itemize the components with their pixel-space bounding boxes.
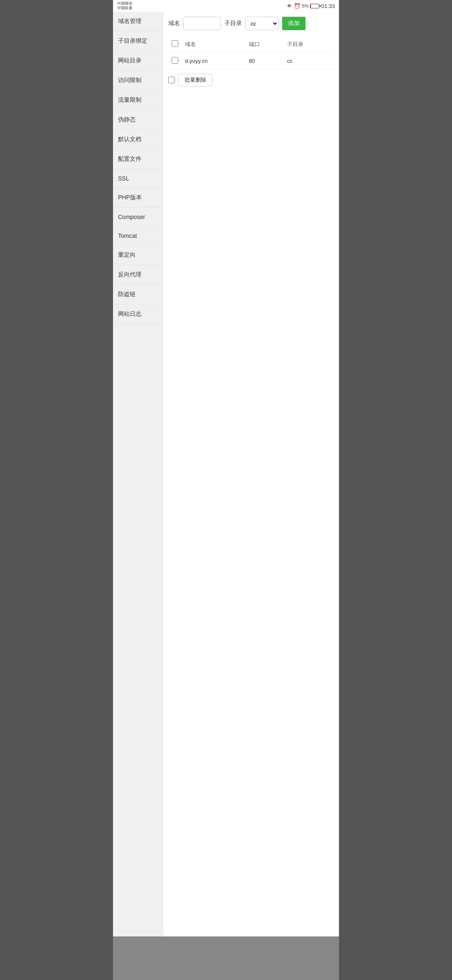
row-checkbox-cell: [168, 53, 182, 70]
sidebar-item-access-limit[interactable]: 访问限制: [113, 71, 163, 90]
subdir-label: 子目录: [224, 20, 242, 27]
gray-area: [113, 936, 339, 980]
sidebar-item-subdir-bind[interactable]: 子目录绑定: [113, 31, 163, 51]
status-bar: 中国移动 中国联通 👁 ⏰ 5% 01:33: [113, 0, 339, 12]
sidebar-item-reverse-proxy[interactable]: 反向代理: [113, 265, 163, 285]
table-row: d.yuyy.cn 80 cc: [168, 53, 334, 70]
sidebar-item-tomcat[interactable]: Tomcat: [113, 227, 163, 245]
subdir-select[interactable]: cc www static: [245, 17, 279, 30]
eye-icon: 👁: [287, 3, 292, 9]
sidebar-item-website-log[interactable]: 网站日志: [113, 304, 163, 324]
carrier1-label: 中国移动: [117, 1, 132, 6]
main-content: 域名 子目录 cc www static 添加 域名 端口 子目录: [163, 12, 339, 936]
sidebar-item-pseudo-static[interactable]: 伪静态: [113, 110, 163, 130]
domain-input[interactable]: [183, 17, 221, 30]
sidebar-item-default-doc[interactable]: 默认文档: [113, 130, 163, 150]
sidebar-item-redirect[interactable]: 重定向: [113, 245, 163, 265]
sidebar-item-config-file[interactable]: 配置文件: [113, 150, 163, 169]
row-port: 80: [246, 53, 284, 70]
bulk-checkbox[interactable]: [168, 77, 175, 83]
form-row: 域名 子目录 cc www static 添加: [168, 17, 334, 30]
sidebar-item-composer[interactable]: Composer: [113, 208, 163, 227]
sidebar-item-flow-limit[interactable]: 流量限制: [113, 90, 163, 110]
col-header-subdir: 子目录: [284, 36, 334, 53]
table-header-checkbox: [168, 36, 182, 53]
battery-percent: 5%: [302, 3, 309, 8]
data-table: 域名 端口 子目录 d.yuyy.cn 80 cc: [168, 36, 334, 70]
row-domain: d.yuyy.cn: [182, 53, 246, 70]
domain-label: 域名: [168, 20, 180, 27]
add-button[interactable]: 添加: [282, 17, 306, 30]
bulk-delete-button[interactable]: 批量删除: [178, 74, 213, 86]
carrier-info: 中国移动 中国联通: [117, 1, 132, 10]
sidebar-item-ssl[interactable]: SSL: [113, 169, 163, 188]
row-checkbox[interactable]: [172, 57, 178, 64]
sidebar-item-hotlink[interactable]: 防盗链: [113, 285, 163, 304]
bulk-delete-row: 批量删除: [168, 74, 334, 86]
status-right: 👁 ⏰ 5% 01:33: [287, 3, 335, 9]
sidebar: 域名管理 子目录绑定 网站目录 访问限制 流量限制 伪静态 默认文档 配置文件 …: [113, 12, 163, 936]
select-all-checkbox[interactable]: [172, 40, 178, 47]
sidebar-item-php-version[interactable]: PHP版本: [113, 188, 163, 208]
sidebar-item-domain-manage[interactable]: 域名管理: [113, 12, 163, 31]
time-display: 01:33: [321, 3, 335, 9]
app-container: 域名管理 子目录绑定 网站目录 访问限制 流量限制 伪静态 默认文档 配置文件 …: [113, 12, 339, 936]
carrier2-label: 中国联通: [117, 6, 132, 10]
row-subdir: cc: [284, 53, 334, 70]
battery-icon: [310, 4, 319, 8]
sidebar-item-website-dir[interactable]: 网站目录: [113, 51, 163, 71]
col-header-port: 端口: [246, 36, 284, 53]
col-header-domain: 域名: [182, 36, 246, 53]
alarm-icon: ⏰: [294, 3, 300, 9]
